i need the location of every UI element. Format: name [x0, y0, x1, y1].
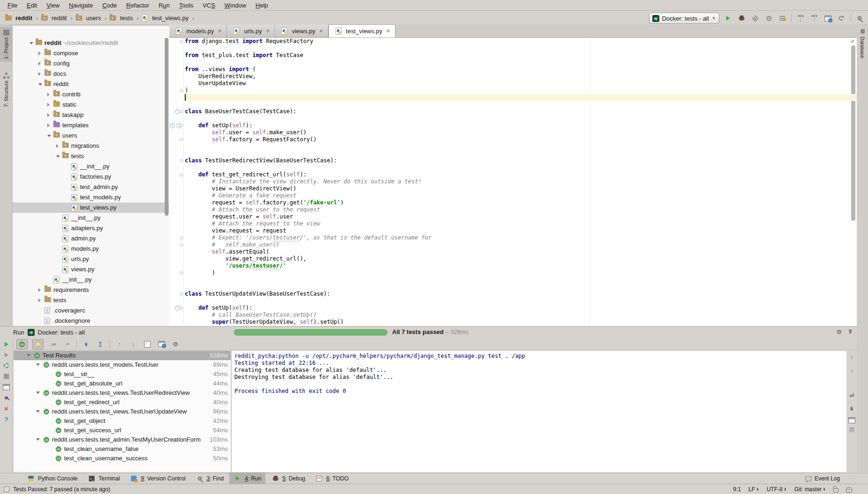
menu-help[interactable]: Help — [251, 1, 273, 10]
tree-item-taskapp[interactable]: taskapp — [13, 110, 169, 120]
run-console[interactable]: reddit_pycha:python -u /opt/.pycharm_hel… — [231, 351, 846, 472]
tab-viewspy[interactable]: views.py✕ — [275, 25, 328, 37]
tree-item-reddit[interactable]: reddit — [13, 79, 169, 89]
tree-item-test_adminpy[interactable]: test_admin.py — [13, 182, 169, 192]
tree-item-urlspy[interactable]: urls.py — [13, 254, 169, 264]
py-icon[interactable] — [62, 225, 68, 232]
project-tree-scrollbar[interactable] — [165, 38, 168, 216]
readonly-lock-icon[interactable] — [833, 488, 839, 493]
test-history-icon[interactable] — [157, 340, 166, 349]
show-passed-button[interactable]: ok — [16, 339, 28, 349]
sort-alphabetically-icon[interactable]: ↓az — [48, 340, 58, 349]
collapse-arrow-icon[interactable] — [29, 42, 33, 44]
fold-marker-icon[interactable] — [180, 89, 183, 92]
tree-item-test_viewspy[interactable]: test_views.py — [13, 203, 169, 213]
settings-icon[interactable]: ⚙ — [171, 340, 180, 349]
toolwindow-button-4--run[interactable]: 4: Run — [229, 472, 265, 485]
folder-dot-icon[interactable] — [44, 71, 51, 76]
down-stack-trace-icon[interactable]: ↓ — [847, 366, 856, 375]
menu-code[interactable]: Code — [98, 1, 122, 10]
close-icon[interactable]: ✕ — [319, 28, 323, 34]
expand-arrow-icon[interactable] — [47, 113, 50, 117]
profiler-icon[interactable] — [764, 14, 773, 23]
close-icon[interactable]: ✕ — [218, 28, 222, 34]
close-icon[interactable]: ✕ — [386, 28, 390, 34]
sort-by-duration-icon[interactable]: ↓≡ — [62, 340, 72, 349]
test-row-TestResults[interactable]: okTest Results328ms — [14, 351, 231, 360]
test-row-test_get_success_url[interactable]: oktest_get_success_url54ms — [14, 426, 231, 435]
code-editor[interactable]: ✓ from django.test import RequestFactory… — [169, 38, 857, 326]
toolwindow-button-3--find[interactable]: 3: Find — [191, 472, 228, 485]
soft-wrap-icon[interactable]: ⏎ — [847, 391, 856, 400]
fold-marker-icon[interactable] — [180, 271, 183, 275]
tab-urlspy[interactable]: urls.py✕ — [227, 25, 275, 37]
rerun-failed-icon[interactable] — [2, 352, 11, 358]
expand-arrow-icon[interactable] — [56, 144, 58, 148]
fold-marker-icon[interactable] — [180, 40, 183, 43]
expand-arrow-icon[interactable] — [38, 62, 41, 65]
expand-arrow-icon[interactable] — [38, 72, 41, 76]
run-icon[interactable] — [723, 14, 733, 23]
test-row-redditusersteststest_viewsTestUserRedire[interactable]: okreddit.users.tests.test_views.TestUser… — [14, 388, 231, 398]
hide-panel-icon[interactable]: ⊽ — [848, 329, 852, 335]
fold-marker-icon[interactable] — [180, 236, 183, 240]
test-row-test_get_object[interactable]: oktest_get_object42ms — [14, 416, 231, 426]
toolwindow-button-6--todo[interactable]: 6: TODO — [311, 472, 352, 485]
fold-marker-icon[interactable] — [180, 124, 183, 127]
folder-dot-icon[interactable] — [62, 143, 69, 148]
toggle-auto-test-icon[interactable] — [2, 363, 11, 369]
test-row-test_clean_username_false[interactable]: oktest_clean_username_false53ms — [14, 444, 231, 454]
toolwindow-button-9--version-control[interactable]: 9: Version Control — [125, 472, 189, 485]
tree-item-coveragerc[interactable]: .coveragerc — [13, 305, 169, 316]
breadcrumb-item-reddit[interactable]: reddit — [4, 14, 32, 23]
fold-marker-icon[interactable] — [180, 138, 183, 141]
expand-arrow-icon[interactable] — [38, 288, 41, 292]
py-icon[interactable] — [71, 163, 77, 170]
tree-item-viewspy[interactable]: views.py — [13, 264, 169, 275]
breadcrumb-item-reddit[interactable]: reddit — [40, 14, 67, 23]
tree-item-tests[interactable]: tests — [13, 151, 169, 161]
tree-item-tests[interactable]: tests — [13, 295, 169, 305]
vcs-update-icon[interactable]: VCS↓ — [796, 14, 805, 23]
tree-item-factoriespy[interactable]: factories.py — [13, 172, 169, 182]
menu-window[interactable]: Window — [220, 1, 251, 10]
tab-test_viewspy[interactable]: test_views.py✕ — [328, 24, 395, 37]
test-row-test_clean_username_success[interactable]: oktest_clean_username_success50ms — [14, 454, 231, 463]
tree-item-contrib[interactable]: contrib — [13, 89, 169, 100]
caret-position[interactable]: 9:1 — [733, 486, 741, 493]
tree-item-adminpy[interactable]: admin.py — [13, 233, 169, 244]
folder-dot-icon[interactable] — [44, 81, 51, 86]
previous-failed-icon[interactable]: ↑ — [115, 340, 124, 349]
collapse-arrow-icon[interactable] — [27, 354, 30, 356]
tab-modelspy[interactable]: models.py✕ — [169, 25, 227, 37]
expand-arrow-icon[interactable] — [47, 103, 50, 107]
tool-stripe-structure[interactable]: 7: Structure — [0, 73, 12, 107]
test-row-redditusersteststest_modelsTestUser[interactable]: okreddit.users.tests.test_models.TestUse… — [14, 360, 231, 370]
toolwindow-button-5--debug[interactable]: 5: Debug — [267, 472, 309, 485]
py-icon[interactable] — [71, 174, 77, 181]
test-row-redditusersteststest_adminTestMyUserCrea[interactable]: okreddit.users.tests.test_admin.TestMyUs… — [14, 435, 231, 444]
restore-layout-icon[interactable] — [2, 384, 11, 390]
folder-icon[interactable] — [36, 40, 42, 45]
toolwindow-button-python-console[interactable]: Python Console — [22, 472, 81, 485]
clear-all-icon[interactable] — [849, 427, 854, 432]
expand-arrow-icon[interactable] — [47, 124, 50, 127]
expand-all-icon[interactable]: ▲▼ — [81, 340, 91, 349]
folder-dot-icon[interactable] — [53, 91, 60, 96]
rerun-icon[interactable] — [2, 341, 11, 347]
expand-arrow-icon[interactable] — [38, 51, 41, 55]
search-everywhere-icon[interactable] — [855, 14, 864, 23]
export-test-results-icon[interactable] — [143, 340, 152, 349]
tree-item-docs[interactable]: docs — [13, 69, 169, 79]
debug-icon[interactable] — [737, 14, 746, 23]
tree-item-test_modelspy[interactable]: test_models.py — [13, 192, 169, 203]
breadcrumb-item-test_viewspy[interactable]: test_views.py — [140, 14, 189, 23]
collapse-arrow-icon[interactable] — [36, 438, 40, 441]
fold-marker-icon[interactable] — [180, 243, 183, 247]
toolwindow-button-terminal[interactable]: >_Terminal — [83, 472, 124, 485]
line-ending-selector[interactable]: LF▲▼ — [748, 486, 759, 493]
tree-item-compose[interactable]: compose — [13, 48, 169, 58]
breadcrumb-item-tests[interactable]: tests — [108, 14, 132, 23]
collapse-arrow-icon[interactable] — [36, 392, 40, 394]
tree-item-modelspy[interactable]: models.py — [13, 244, 169, 254]
